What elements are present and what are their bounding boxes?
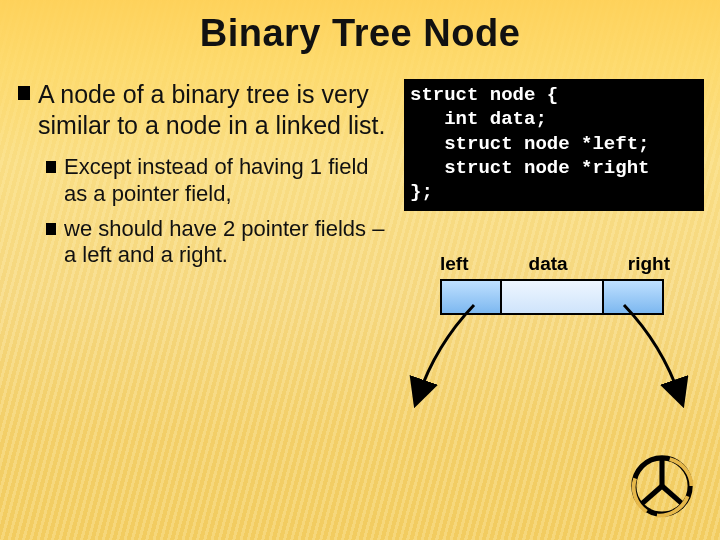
ucf-logo-icon [630,454,694,518]
bullet-sub-1: Except instead of having 1 field as a po… [38,154,390,208]
diagram-label-right: right [628,253,670,275]
diagram-label-data: data [529,253,568,275]
diagram-cell-left [440,279,502,315]
bullet-main-text: A node of a binary tree is very similar … [38,80,385,139]
diagram-label-left: left [440,253,469,275]
slide-title: Binary Tree Node [0,0,720,55]
diagram-cell-right [602,279,664,315]
bullet-main: A node of a binary tree is very similar … [18,79,390,269]
code-block: struct node { int data; struct node *lef… [404,79,704,211]
diagram-boxes [440,279,704,315]
bullet-sub-2: we should have 2 pointer fields – a left… [38,216,390,270]
arrow-right-icon [582,299,702,419]
text-column: A node of a binary tree is very similar … [18,79,390,453]
diagram-cell-data [502,279,602,315]
figure-column: struct node { int data; struct node *lef… [404,79,704,453]
node-diagram: left data right [404,253,704,453]
arrow-left-icon [396,299,516,419]
slide-body: A node of a binary tree is very similar … [0,55,720,453]
